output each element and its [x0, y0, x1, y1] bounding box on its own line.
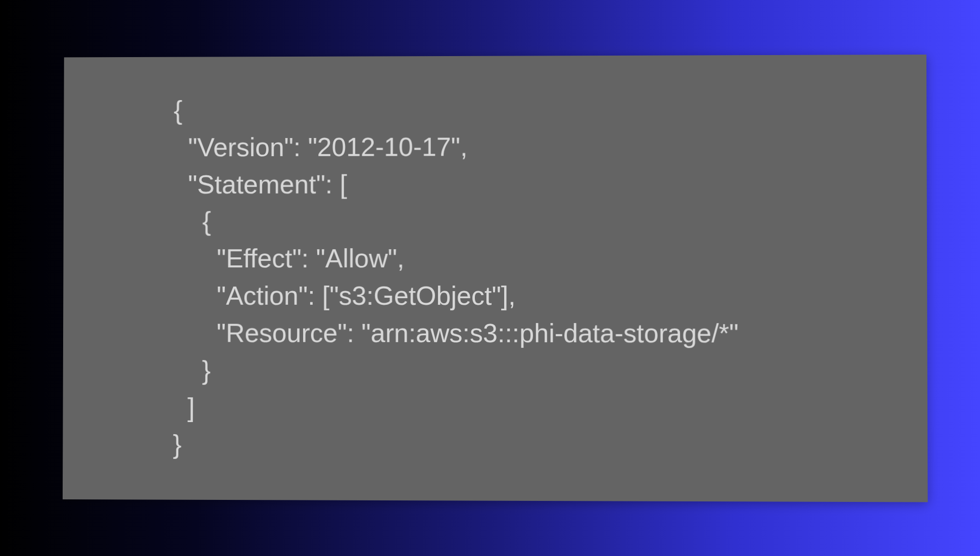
code-panel: { "Version": "2012-10-17", "Statement": …: [63, 55, 928, 502]
iam-policy-json: { "Version": "2012-10-17", "Statement": …: [173, 90, 927, 466]
